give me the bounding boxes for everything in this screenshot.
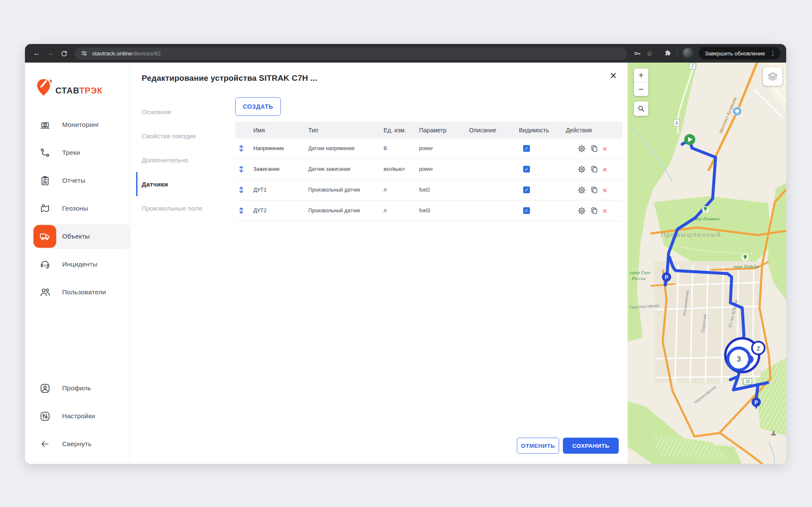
sensor-type: Произвольный датчик (302, 208, 377, 214)
forward-arrow-icon[interactable]: → (44, 47, 56, 59)
address-bar[interactable]: stavtrack.online/devices/92 (75, 47, 627, 60)
zoom-in-button[interactable]: + (634, 69, 648, 82)
svg-text:P: P (665, 274, 668, 280)
map-search-button[interactable] (634, 101, 648, 116)
sidebar-item-collapse[interactable]: Свернуть (25, 430, 130, 458)
sidebar-item-monitoring[interactable]: Мониторинг (25, 111, 130, 139)
drag-handle-icon[interactable] (235, 165, 247, 173)
bus-stop-icon (733, 107, 741, 115)
sidebar-item-incidents[interactable]: Инциденты (25, 250, 130, 278)
copy-icon[interactable] (590, 186, 598, 194)
svg-text:3: 3 (737, 355, 741, 363)
sensor-name: ДУТ1 (247, 187, 302, 193)
sidebar-item-reports[interactable]: Отчеты (25, 167, 130, 195)
visibility-checkbox[interactable]: ✓ (523, 145, 530, 152)
tab-custom-fields[interactable]: Произвольные поля (136, 196, 233, 220)
sidebar-item-profile[interactable]: Профиль (25, 374, 130, 402)
sensor-type: Произвольный датчик (302, 187, 377, 193)
drag-handle-icon[interactable] (235, 186, 247, 194)
save-button[interactable]: СОХРАНИТЬ (563, 438, 619, 454)
logo-pin-icon (36, 78, 52, 97)
delete-icon[interactable]: × (602, 186, 607, 195)
delete-icon[interactable]: × (602, 206, 607, 215)
col-header-name: Имя (247, 127, 302, 134)
sidebar-item-label: Мониторинг (62, 121, 99, 129)
map-zoom-control: + − (634, 69, 648, 96)
map-canvas[interactable]: Промышленный сквер Памяти парк Победы ск… (628, 63, 786, 464)
sensor-name: Зажигание (247, 166, 302, 172)
sensor-row: ДУТ1 Произвольный датчик л fuel2 ✓ × (235, 180, 623, 200)
profile-avatar[interactable] (683, 48, 694, 59)
tab-general[interactable]: Основное (136, 100, 233, 124)
sidebar-item-label: Настройки (62, 412, 95, 420)
sidebar-item-settings[interactable]: Настройки (25, 402, 130, 430)
passwords-key-icon[interactable] (633, 49, 641, 58)
col-header-description: Описание (463, 127, 513, 134)
gear-icon[interactable] (577, 206, 586, 215)
svg-text:0: 0 (675, 121, 678, 126)
url-path: /devices/92 (132, 50, 161, 57)
zoom-out-button[interactable]: − (634, 82, 648, 96)
copy-icon[interactable] (590, 206, 598, 215)
layers-icon (767, 71, 778, 82)
extensions-puzzle-icon[interactable] (664, 49, 672, 57)
copy-icon[interactable] (590, 165, 598, 173)
logo-text: СТАВТРЭК (55, 86, 102, 96)
map-panel[interactable]: Промышленный сквер Памяти парк Победы ск… (628, 63, 786, 464)
park-heroes-label: сквер Геро (629, 270, 650, 275)
sensor-param: fuel2 (413, 187, 463, 193)
col-header-actions: Действия (560, 127, 623, 134)
sidebar-item-label: Отчеты (62, 177, 85, 184)
tab-trip-properties[interactable]: Свойства поездки (136, 124, 233, 148)
sensor-type: Датчик зажигания (302, 166, 377, 172)
sidebar-item-users[interactable]: Пользователи (25, 278, 130, 306)
sensor-row: ДУТ2 Произвольный датчик л fuel3 ✓ × (235, 200, 623, 221)
sliders-icon (33, 405, 56, 428)
finish-update-label: Завершить обновление (705, 50, 765, 57)
site-settings-icon[interactable] (81, 50, 88, 57)
close-icon[interactable]: × (610, 70, 617, 82)
sidebar-item-geozones[interactable]: Геозоны (25, 195, 130, 222)
gear-icon[interactable] (577, 186, 586, 195)
sensor-row: Напряжение Датчик напряжения В power ✓ × (235, 138, 623, 159)
gear-icon[interactable] (577, 165, 586, 174)
gear-icon[interactable] (577, 144, 586, 153)
drag-handle-icon[interactable] (235, 206, 247, 215)
visibility-checkbox[interactable]: ✓ (523, 207, 530, 214)
map-layers-button[interactable] (763, 67, 782, 86)
collapse-arrow-icon (33, 433, 56, 455)
stavtrack-logo[interactable]: СТАВТРЭК (25, 63, 130, 103)
visibility-checkbox[interactable]: ✓ (523, 166, 530, 173)
sensor-unit: л (377, 208, 413, 214)
sensor-row: Зажигание Датчик зажигания вкл/выкл powe… (235, 159, 623, 180)
sidebar-item-label: Инциденты (62, 260, 98, 268)
tracks-icon (33, 141, 56, 164)
tab-sensors[interactable]: Датчики (136, 172, 233, 196)
sidebar-item-label: Геозоны (62, 205, 88, 212)
tab-additional[interactable]: Дополнительно (136, 148, 233, 172)
sensor-param: fuel3 (413, 208, 463, 214)
browser-toolbar: ← → stavtrack.online/devices/92 ☆ Заверш… (25, 44, 786, 63)
delete-icon[interactable]: × (602, 165, 607, 174)
sidebar-item-tracks[interactable]: Треки (25, 139, 130, 167)
finish-update-button[interactable]: Завершить обновление ⋮ (699, 47, 780, 60)
route-start-marker[interactable] (684, 134, 695, 145)
url-host: stavtrack.online (92, 50, 132, 57)
cancel-button[interactable]: ОТМЕНИТЬ (517, 438, 559, 454)
copy-icon[interactable] (590, 144, 598, 153)
reports-icon (33, 169, 56, 192)
table-header-row: Имя Тип Ед. изм. Параметр Описание Видим… (235, 122, 623, 138)
park-victory-label: парк Победы (734, 264, 760, 269)
back-arrow-icon[interactable]: ← (31, 47, 43, 59)
truck-icon (33, 225, 56, 248)
reload-icon[interactable] (58, 47, 70, 59)
browser-menu-kebab-icon[interactable]: ⋮ (768, 49, 777, 57)
drag-handle-icon[interactable] (235, 144, 247, 153)
profile-icon (33, 377, 56, 400)
park-heroes-label: России (631, 276, 646, 281)
delete-icon[interactable]: × (602, 144, 607, 153)
sidebar-item-objects[interactable]: Объекты (25, 222, 130, 250)
bookmark-star-icon[interactable]: ☆ (646, 50, 653, 57)
create-sensor-button[interactable]: СОЗДАТЬ (235, 97, 281, 116)
visibility-checkbox[interactable]: ✓ (523, 186, 530, 193)
